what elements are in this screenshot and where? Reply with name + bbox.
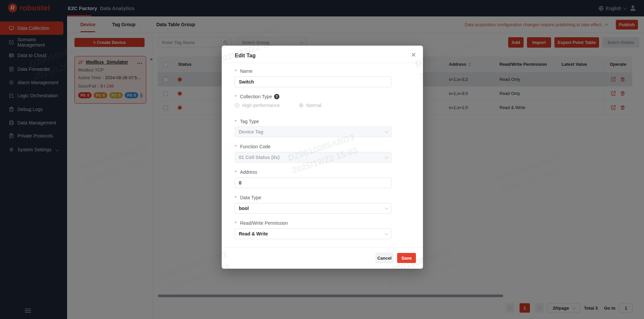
collection-type-label: Collection Type ? <box>235 94 279 99</box>
chevron-down-icon <box>385 129 388 133</box>
name-label: Name <box>235 68 253 74</box>
radio-high-performance-label: High-performance <box>242 103 280 108</box>
modal-footer-divider <box>222 248 423 248</box>
save-button[interactable]: Save <box>397 253 416 263</box>
chevron-down-icon <box>385 206 388 210</box>
modal-header-divider <box>222 63 423 63</box>
address-input[interactable] <box>235 177 391 188</box>
tag-type-select[interactable]: Device Tag <box>235 126 391 137</box>
radio-high-performance[interactable] <box>235 103 239 108</box>
data-type-label: Data Type <box>235 195 261 200</box>
radio-normal[interactable] <box>299 103 304 108</box>
permission-value: Read & Write <box>239 231 268 236</box>
modal-title: Edit Tag <box>235 53 256 59</box>
function-code-label: Function Code <box>235 144 271 149</box>
data-type-value: bool <box>239 206 249 211</box>
help-icon[interactable]: ? <box>274 94 279 99</box>
function-code-select[interactable]: 01 Coil Status (0x) <box>235 152 391 163</box>
tag-type-label: Tag Type <box>235 119 259 124</box>
chevron-down-icon <box>385 155 388 159</box>
name-input[interactable] <box>235 76 391 87</box>
radio-normal-label: Normal <box>306 103 321 108</box>
permission-label: Read/Write Permission <box>235 220 288 226</box>
function-code-value: 01 Coil Status (0x) <box>239 155 279 160</box>
app-screen: R robustel E2C Factory Data Analytics En… <box>0 0 644 319</box>
data-type-select[interactable]: bool <box>235 203 391 214</box>
permission-select[interactable]: Read & Write <box>235 228 391 239</box>
edit-tag-modal: Edit Tag ✕ Name Collection Type ? High-p… <box>222 46 423 269</box>
close-icon[interactable]: ✕ <box>411 52 416 58</box>
address-label: Address <box>235 169 257 175</box>
tag-type-value: Device Tag <box>239 129 263 135</box>
chevron-down-icon <box>385 231 388 235</box>
collection-type-radios: High-performance Normal <box>235 103 321 108</box>
cancel-button[interactable]: Cancel <box>376 253 393 263</box>
